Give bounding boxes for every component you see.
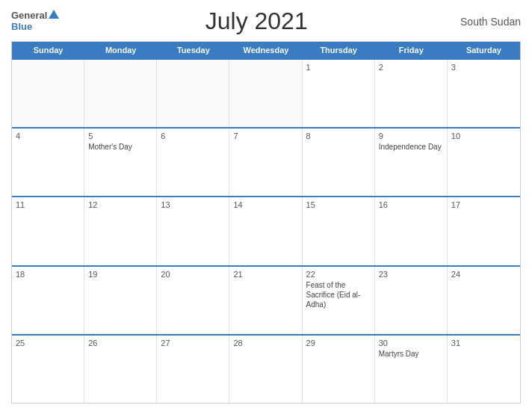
day-cell: 29 — [303, 336, 375, 403]
day-cell — [12, 60, 84, 127]
day-number: 31 — [451, 339, 516, 347]
day-header-sunday: Sunday — [12, 42, 84, 58]
day-cell: 8 — [303, 129, 375, 196]
day-number: 11 — [16, 200, 80, 209]
day-number: 28 — [233, 339, 297, 347]
event-text: Martyrs Day — [379, 349, 443, 359]
day-number: 6 — [161, 132, 225, 140]
day-cell: 12 — [84, 197, 157, 265]
days-header: SundayMondayTuesdayWednesdayThursdayFrid… — [12, 42, 520, 58]
day-number: 17 — [451, 200, 516, 209]
day-number: 13 — [161, 200, 225, 209]
day-cell: 1 — [303, 60, 375, 127]
day-number: 8 — [306, 132, 371, 140]
week-row-3: 11121314151617 — [12, 196, 520, 265]
day-number: 25 — [16, 339, 80, 347]
day-cell: 22Feast of the Sacrifice (Eid al-Adha) — [303, 267, 375, 334]
day-cell: 6 — [157, 129, 229, 196]
day-cell: 27 — [157, 336, 229, 403]
day-number: 14 — [233, 200, 297, 209]
event-text: Independence Day — [379, 142, 443, 152]
day-number: 20 — [161, 270, 225, 279]
header: General Blue July 2021 South Sudan — [11, 7, 521, 35]
month-title: July 2021 — [59, 7, 454, 35]
day-cell: 26 — [84, 336, 157, 403]
day-cell: 3 — [448, 60, 520, 127]
day-number: 16 — [379, 200, 443, 209]
week-row-2: 45Mother's Day6789Independence Day10 — [12, 127, 520, 196]
day-header-wednesday: Wednesday — [229, 42, 302, 58]
day-cell: 2 — [375, 60, 448, 127]
day-cell: 24 — [448, 267, 520, 334]
day-cell: 13 — [157, 197, 229, 265]
week-row-5: 252627282930Martyrs Day31 — [12, 334, 520, 403]
day-number: 24 — [451, 270, 516, 279]
day-number: 9 — [379, 132, 443, 140]
day-number: 3 — [451, 63, 516, 72]
day-number: 18 — [16, 270, 80, 279]
day-cell: 21 — [229, 267, 302, 334]
day-header-tuesday: Tuesday — [157, 42, 229, 58]
day-cell: 28 — [229, 336, 302, 403]
day-cell: 7 — [229, 129, 302, 196]
week-row-4: 1819202122Feast of the Sacrifice (Eid al… — [12, 265, 520, 334]
day-cell: 31 — [448, 336, 520, 403]
weeks-container: 12345Mother's Day6789Independence Day101… — [12, 58, 520, 403]
day-cell — [84, 60, 157, 127]
day-cell: 5Mother's Day — [84, 129, 157, 196]
day-cell: 15 — [303, 197, 375, 265]
logo-blue-text: Blue — [11, 22, 32, 32]
day-cell: 9Independence Day — [375, 129, 448, 196]
day-cell: 25 — [12, 336, 84, 403]
logo-general-text: General — [11, 10, 47, 21]
day-cell: 14 — [229, 197, 302, 265]
logo-triangle-icon — [49, 10, 59, 19]
day-cell — [229, 60, 302, 127]
day-cell: 17 — [448, 197, 520, 265]
day-number: 27 — [161, 339, 225, 347]
day-number: 4 — [16, 132, 80, 140]
day-number: 23 — [379, 270, 443, 279]
week-row-1: 123 — [12, 58, 520, 127]
calendar-container: General Blue July 2021 South Sudan Sunda… — [0, 0, 532, 411]
day-cell: 11 — [12, 197, 84, 265]
day-cell: 30Martyrs Day — [375, 336, 448, 403]
day-number: 10 — [451, 132, 516, 140]
day-number: 29 — [306, 339, 371, 347]
day-cell — [157, 60, 229, 127]
day-number: 1 — [306, 63, 371, 72]
day-number: 21 — [233, 270, 297, 279]
day-number: 26 — [88, 339, 152, 347]
event-text: Mother's Day — [88, 142, 152, 152]
day-header-friday: Friday — [375, 42, 448, 58]
day-cell: 19 — [84, 267, 157, 334]
logo-row: General — [11, 10, 59, 21]
day-header-monday: Monday — [84, 42, 157, 58]
day-cell: 20 — [157, 267, 229, 334]
day-header-saturday: Saturday — [448, 42, 520, 58]
day-number: 7 — [233, 132, 297, 140]
day-cell: 10 — [448, 129, 520, 196]
day-number: 5 — [88, 132, 152, 140]
day-number: 12 — [88, 200, 152, 209]
event-text: Feast of the Sacrifice (Eid al-Adha) — [306, 280, 371, 309]
day-cell: 16 — [375, 197, 448, 265]
country-name: South Sudan — [454, 16, 521, 28]
day-header-thursday: Thursday — [303, 42, 375, 58]
calendar-grid: SundayMondayTuesdayWednesdayThursdayFrid… — [11, 41, 521, 404]
logo: General Blue — [11, 10, 59, 32]
day-cell: 18 — [12, 267, 84, 334]
day-cell: 4 — [12, 129, 84, 196]
day-number: 19 — [88, 270, 152, 279]
day-number: 22 — [306, 270, 371, 279]
day-number: 2 — [379, 63, 443, 72]
day-number: 15 — [306, 200, 371, 209]
day-cell: 23 — [375, 267, 448, 334]
day-number: 30 — [379, 339, 443, 347]
